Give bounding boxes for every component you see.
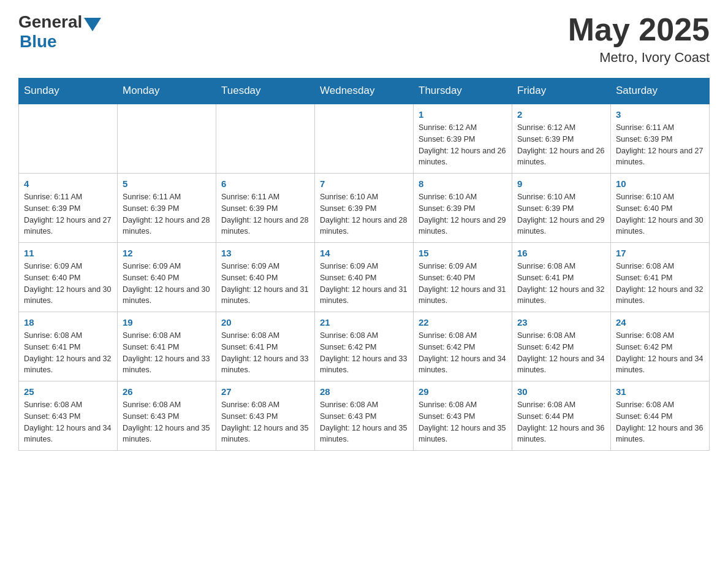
calendar-cell: 28Sunrise: 6:08 AM Sunset: 6:43 PM Dayli… bbox=[315, 381, 414, 451]
calendar-cell: 17Sunrise: 6:08 AM Sunset: 6:41 PM Dayli… bbox=[611, 243, 710, 312]
calendar-week-row: 25Sunrise: 6:08 AM Sunset: 6:43 PM Dayli… bbox=[19, 381, 710, 451]
day-info: Sunrise: 6:09 AM Sunset: 6:40 PM Dayligh… bbox=[419, 261, 507, 307]
day-number: 1 bbox=[419, 109, 507, 120]
day-info: Sunrise: 6:08 AM Sunset: 6:41 PM Dayligh… bbox=[123, 330, 211, 376]
day-number: 18 bbox=[24, 317, 112, 327]
day-info: Sunrise: 6:12 AM Sunset: 6:39 PM Dayligh… bbox=[517, 122, 605, 168]
day-number: 8 bbox=[419, 178, 507, 189]
logo-general-text: General bbox=[18, 12, 82, 32]
calendar-body: 1Sunrise: 6:12 AM Sunset: 6:39 PM Daylig… bbox=[19, 104, 710, 451]
calendar-cell: 20Sunrise: 6:08 AM Sunset: 6:41 PM Dayli… bbox=[216, 312, 315, 381]
day-info: Sunrise: 6:08 AM Sunset: 6:43 PM Dayligh… bbox=[320, 399, 408, 445]
calendar-cell: 8Sunrise: 6:10 AM Sunset: 6:39 PM Daylig… bbox=[414, 174, 512, 243]
day-info: Sunrise: 6:10 AM Sunset: 6:39 PM Dayligh… bbox=[320, 191, 408, 237]
day-number: 31 bbox=[616, 386, 704, 397]
day-info: Sunrise: 6:08 AM Sunset: 6:43 PM Dayligh… bbox=[24, 399, 112, 445]
day-info: Sunrise: 6:08 AM Sunset: 6:44 PM Dayligh… bbox=[616, 399, 704, 445]
day-info: Sunrise: 6:11 AM Sunset: 6:39 PM Dayligh… bbox=[123, 191, 211, 237]
calendar-cell: 29Sunrise: 6:08 AM Sunset: 6:43 PM Dayli… bbox=[414, 381, 512, 451]
day-number: 19 bbox=[123, 317, 211, 327]
day-number: 9 bbox=[517, 178, 605, 189]
calendar-cell: 10Sunrise: 6:10 AM Sunset: 6:40 PM Dayli… bbox=[611, 174, 710, 243]
day-number: 30 bbox=[517, 386, 605, 397]
day-info: Sunrise: 6:08 AM Sunset: 6:41 PM Dayligh… bbox=[616, 261, 704, 307]
calendar-cell: 19Sunrise: 6:08 AM Sunset: 6:41 PM Dayli… bbox=[118, 312, 216, 381]
calendar-cell: 14Sunrise: 6:09 AM Sunset: 6:40 PM Dayli… bbox=[315, 243, 414, 312]
day-info: Sunrise: 6:09 AM Sunset: 6:40 PM Dayligh… bbox=[24, 261, 112, 307]
day-info: Sunrise: 6:09 AM Sunset: 6:40 PM Dayligh… bbox=[320, 261, 408, 307]
day-info: Sunrise: 6:09 AM Sunset: 6:40 PM Dayligh… bbox=[123, 261, 211, 307]
day-info: Sunrise: 6:10 AM Sunset: 6:40 PM Dayligh… bbox=[616, 191, 704, 237]
day-number: 20 bbox=[221, 317, 309, 327]
calendar-cell: 13Sunrise: 6:09 AM Sunset: 6:40 PM Dayli… bbox=[216, 243, 315, 312]
day-of-week-header: Tuesday bbox=[216, 79, 315, 104]
day-info: Sunrise: 6:11 AM Sunset: 6:39 PM Dayligh… bbox=[24, 191, 112, 237]
day-number: 10 bbox=[616, 178, 704, 189]
calendar-cell: 15Sunrise: 6:09 AM Sunset: 6:40 PM Dayli… bbox=[414, 243, 512, 312]
calendar-cell: 1Sunrise: 6:12 AM Sunset: 6:39 PM Daylig… bbox=[414, 104, 512, 174]
calendar-cell: 6Sunrise: 6:11 AM Sunset: 6:39 PM Daylig… bbox=[216, 174, 315, 243]
calendar-week-row: 1Sunrise: 6:12 AM Sunset: 6:39 PM Daylig… bbox=[19, 104, 710, 174]
calendar-week-row: 18Sunrise: 6:08 AM Sunset: 6:41 PM Dayli… bbox=[19, 312, 710, 381]
day-info: Sunrise: 6:11 AM Sunset: 6:39 PM Dayligh… bbox=[221, 191, 309, 237]
days-of-week-row: SundayMondayTuesdayWednesdayThursdayFrid… bbox=[19, 79, 710, 104]
calendar-cell bbox=[315, 104, 414, 174]
calendar-header: SundayMondayTuesdayWednesdayThursdayFrid… bbox=[19, 79, 710, 104]
day-info: Sunrise: 6:08 AM Sunset: 6:41 PM Dayligh… bbox=[517, 261, 605, 307]
calendar-cell: 25Sunrise: 6:08 AM Sunset: 6:43 PM Dayli… bbox=[19, 381, 118, 451]
day-of-week-header: Sunday bbox=[19, 79, 118, 104]
calendar-cell: 4Sunrise: 6:11 AM Sunset: 6:39 PM Daylig… bbox=[19, 174, 118, 243]
day-info: Sunrise: 6:10 AM Sunset: 6:39 PM Dayligh… bbox=[419, 191, 507, 237]
title-area: May 2025 Metro, Ivory Coast bbox=[568, 12, 710, 66]
day-info: Sunrise: 6:10 AM Sunset: 6:39 PM Dayligh… bbox=[517, 191, 605, 237]
day-number: 11 bbox=[24, 248, 112, 258]
day-number: 15 bbox=[419, 248, 507, 258]
day-number: 29 bbox=[419, 386, 507, 397]
day-number: 24 bbox=[616, 317, 704, 327]
day-info: Sunrise: 6:08 AM Sunset: 6:42 PM Dayligh… bbox=[419, 330, 507, 376]
day-number: 13 bbox=[221, 248, 309, 258]
calendar-cell: 7Sunrise: 6:10 AM Sunset: 6:39 PM Daylig… bbox=[315, 174, 414, 243]
logo: General Blue bbox=[18, 12, 101, 52]
month-title: May 2025 bbox=[568, 12, 710, 47]
day-of-week-header: Thursday bbox=[414, 79, 512, 104]
calendar-cell: 26Sunrise: 6:08 AM Sunset: 6:43 PM Dayli… bbox=[118, 381, 216, 451]
day-number: 26 bbox=[123, 386, 211, 397]
day-number: 7 bbox=[320, 178, 408, 189]
day-number: 16 bbox=[517, 248, 605, 258]
calendar-cell: 2Sunrise: 6:12 AM Sunset: 6:39 PM Daylig… bbox=[512, 104, 611, 174]
calendar-cell: 30Sunrise: 6:08 AM Sunset: 6:44 PM Dayli… bbox=[512, 381, 611, 451]
calendar-cell bbox=[216, 104, 315, 174]
day-of-week-header: Wednesday bbox=[315, 79, 414, 104]
page-header: General Blue May 2025 Metro, Ivory Coast bbox=[18, 12, 710, 66]
day-info: Sunrise: 6:08 AM Sunset: 6:41 PM Dayligh… bbox=[24, 330, 112, 376]
day-info: Sunrise: 6:08 AM Sunset: 6:42 PM Dayligh… bbox=[616, 330, 704, 376]
calendar-cell: 22Sunrise: 6:08 AM Sunset: 6:42 PM Dayli… bbox=[414, 312, 512, 381]
calendar-cell: 11Sunrise: 6:09 AM Sunset: 6:40 PM Dayli… bbox=[19, 243, 118, 312]
calendar-cell: 16Sunrise: 6:08 AM Sunset: 6:41 PM Dayli… bbox=[512, 243, 611, 312]
calendar-cell: 18Sunrise: 6:08 AM Sunset: 6:41 PM Dayli… bbox=[19, 312, 118, 381]
calendar-cell: 12Sunrise: 6:09 AM Sunset: 6:40 PM Dayli… bbox=[118, 243, 216, 312]
day-number: 5 bbox=[123, 178, 211, 189]
logo-triangle-icon bbox=[84, 18, 101, 31]
day-number: 17 bbox=[616, 248, 704, 258]
calendar-cell: 9Sunrise: 6:10 AM Sunset: 6:39 PM Daylig… bbox=[512, 174, 611, 243]
day-info: Sunrise: 6:09 AM Sunset: 6:40 PM Dayligh… bbox=[221, 261, 309, 307]
day-number: 21 bbox=[320, 317, 408, 327]
day-info: Sunrise: 6:11 AM Sunset: 6:39 PM Dayligh… bbox=[616, 122, 704, 168]
calendar-cell: 3Sunrise: 6:11 AM Sunset: 6:39 PM Daylig… bbox=[611, 104, 710, 174]
calendar-cell: 5Sunrise: 6:11 AM Sunset: 6:39 PM Daylig… bbox=[118, 174, 216, 243]
location-title: Metro, Ivory Coast bbox=[568, 50, 710, 66]
day-info: Sunrise: 6:08 AM Sunset: 6:43 PM Dayligh… bbox=[221, 399, 309, 445]
day-number: 25 bbox=[24, 386, 112, 397]
day-of-week-header: Friday bbox=[512, 79, 611, 104]
day-info: Sunrise: 6:08 AM Sunset: 6:42 PM Dayligh… bbox=[320, 330, 408, 376]
calendar-cell bbox=[118, 104, 216, 174]
day-of-week-header: Monday bbox=[118, 79, 216, 104]
calendar-week-row: 11Sunrise: 6:09 AM Sunset: 6:40 PM Dayli… bbox=[19, 243, 710, 312]
day-number: 2 bbox=[517, 109, 605, 120]
day-number: 3 bbox=[616, 109, 704, 120]
day-number: 6 bbox=[221, 178, 309, 189]
day-info: Sunrise: 6:08 AM Sunset: 6:42 PM Dayligh… bbox=[517, 330, 605, 376]
calendar-cell: 23Sunrise: 6:08 AM Sunset: 6:42 PM Dayli… bbox=[512, 312, 611, 381]
